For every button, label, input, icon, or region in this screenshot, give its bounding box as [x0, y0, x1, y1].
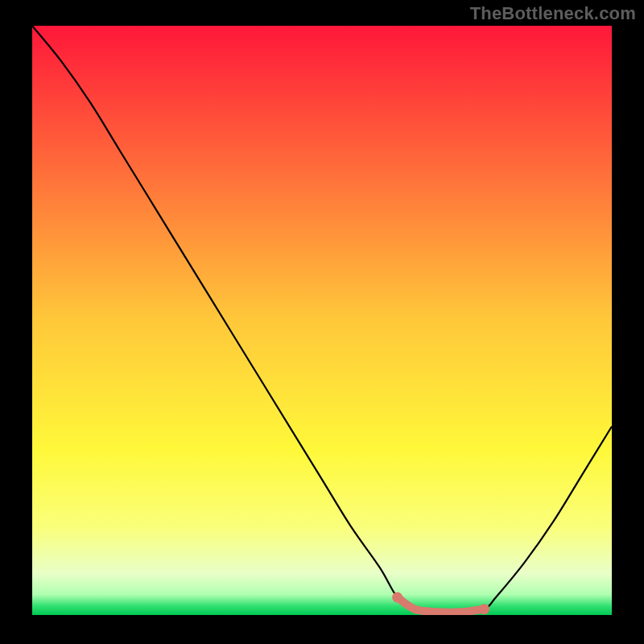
highlight-dot — [392, 592, 402, 603]
gradient-background — [32, 26, 612, 615]
plot-area — [32, 26, 612, 615]
bottleneck-chart — [32, 26, 612, 615]
chart-frame: TheBottleneck.com — [0, 0, 644, 644]
attribution-label: TheBottleneck.com — [470, 3, 636, 24]
highlight-dot — [479, 604, 489, 614]
